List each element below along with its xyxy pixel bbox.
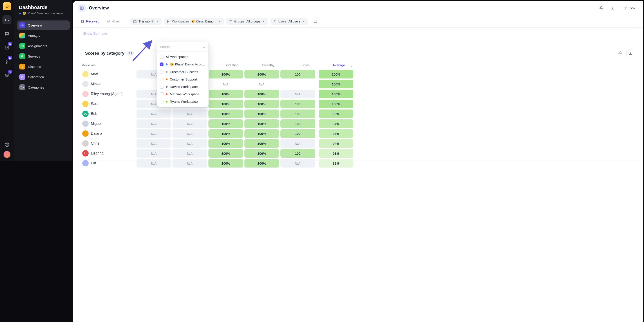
rail-activity[interactable]: 17	[2, 57, 12, 66]
reviewee-name: Chris	[91, 142, 99, 146]
average-cell: 96%	[319, 129, 322, 138]
flag-icon	[166, 20, 170, 23]
check-square-icon	[5, 46, 9, 50]
checkbox[interactable]	[160, 70, 164, 74]
metric-cell: 100%	[244, 90, 279, 98]
calibration-icon	[19, 74, 25, 80]
chevron-down-icon	[156, 20, 159, 23]
status-dot-icon	[166, 71, 168, 73]
workspace-option[interactable]: Mathias Workspace	[157, 90, 208, 98]
th-reviewee[interactable]: Reviewee	[82, 64, 136, 67]
table-row[interactable]: LILisannaN/AN/A100%100%10093%	[82, 148, 322, 158]
filter-groups[interactable]: Groups All groups	[226, 18, 268, 25]
categories-icon	[19, 84, 25, 90]
reviewee-name: Matt	[91, 72, 98, 76]
workspace-option[interactable]: Dave's Workspace	[157, 83, 208, 90]
table-row[interactable]: BOBobN/AN/A100%100%10099%	[82, 109, 322, 119]
tab-received[interactable]: Received	[78, 18, 102, 25]
checkbox[interactable]: ✓	[160, 62, 164, 66]
th-average[interactable]: Average ↓	[319, 64, 322, 67]
metric-cell: 100	[280, 110, 315, 118]
toggle-sidebar-button[interactable]	[78, 4, 86, 12]
workspace-option[interactable]: ✓😺 Klaus' Demo Acco...	[157, 60, 208, 68]
th-empathy[interactable]: Empathy	[244, 64, 280, 67]
workspace-option-label: Ryan's Workspace	[170, 100, 198, 104]
rail-training[interactable]: 6	[2, 71, 12, 80]
svg-line-15	[133, 42, 151, 61]
main-panel: Overview View Received Given This month	[73, 1, 322, 161]
svg-rect-14	[314, 20, 317, 22]
sidebar-item-surveys[interactable]: Surveys	[17, 52, 70, 61]
help-icon	[4, 142, 10, 147]
layout-toggle-button[interactable]	[312, 18, 319, 25]
user-avatar[interactable]	[3, 151, 11, 158]
th-greeting[interactable]: Greeting	[208, 64, 244, 67]
show-more-card[interactable]: Show 15 more	[78, 28, 322, 39]
avatar	[82, 120, 88, 127]
workspaces-search-input[interactable]	[160, 45, 201, 48]
workspace-option[interactable]: Customer Success	[157, 68, 208, 76]
workspace-option[interactable]: Customer Support	[157, 76, 208, 83]
sidebar-team[interactable]: 😺 Klaus' Demo Account team	[19, 12, 70, 15]
sidebar-item-assignments[interactable]: Assignments	[17, 41, 70, 50]
nav-rail: 🐱 31 17 6	[0, 0, 14, 161]
table-row[interactable]: DajanaN/AN/A100%100%10096%	[82, 128, 322, 138]
chevron-down-icon	[218, 20, 221, 23]
status-dot-icon	[166, 86, 168, 88]
svg-rect-7	[80, 7, 84, 10]
checkbox[interactable]	[160, 92, 164, 96]
reviewee-name: Riley Young (Agent)	[91, 92, 122, 96]
metric-cell: 100%	[244, 149, 279, 158]
sidebar-item-disputes[interactable]: ! Disputes	[17, 62, 70, 71]
info-icon[interactable]: i	[82, 47, 82, 51]
app-logo[interactable]: 🐱	[3, 2, 11, 10]
metric-cell: 100%	[208, 110, 243, 118]
callout-arrow-icon	[131, 39, 154, 62]
sidebar-item-label: Disputes	[28, 65, 41, 68]
content-area: Show 15 more i Scores by category 32 Rev…	[73, 28, 322, 161]
checkbox[interactable]	[160, 100, 164, 104]
filter-groups-value: All groups	[246, 20, 260, 23]
svg-point-16	[203, 46, 205, 48]
chevron-down-icon	[262, 20, 265, 23]
help-button[interactable]	[4, 142, 10, 147]
filter-users-value: All users	[288, 20, 300, 23]
sidebar-item-categories[interactable]: Categories	[17, 82, 70, 92]
avatar	[82, 160, 88, 161]
th-closing[interactable]: Closi	[280, 64, 316, 67]
sidebar-title: Dashboards	[19, 4, 70, 10]
workspace-option[interactable]: Ryan's Workspace	[157, 98, 208, 105]
tab-given[interactable]: Given	[104, 18, 123, 25]
reviewee-name: Bob	[91, 112, 97, 116]
checkbox[interactable]	[160, 78, 164, 81]
metric-cell: 100	[280, 129, 315, 138]
rail-dashboards[interactable]	[2, 15, 12, 24]
bolt-icon	[5, 59, 9, 64]
svg-point-6	[22, 76, 23, 77]
autoqa-icon	[19, 32, 25, 38]
filter-workspaces-label: Workspaces	[172, 20, 189, 23]
inbox-icon	[81, 20, 84, 23]
surveys-icon	[19, 53, 25, 59]
filter-users[interactable]: Users All users	[270, 18, 308, 25]
sidebar-item-label: Overview	[28, 24, 42, 27]
table-row[interactable]: MiguelN/AN/A100%100%10097%	[82, 119, 322, 128]
rail-messages[interactable]	[2, 29, 12, 38]
avatar	[82, 71, 88, 77]
checkbox[interactable]	[160, 55, 164, 59]
sidebar-item-overview[interactable]: Overview	[17, 20, 70, 30]
checkbox[interactable]	[160, 85, 164, 88]
metric-cell: N/A	[136, 159, 171, 161]
metric-cell: 100%	[208, 70, 243, 78]
table-row[interactable]: ElifN/AN/A100%100%N/A88%	[82, 158, 322, 161]
rail-tasks[interactable]: 31	[2, 43, 12, 52]
workspace-option[interactable]: All workspaces	[157, 53, 208, 60]
team-emoji: 😺	[22, 12, 26, 15]
tab-received-label: Received	[86, 20, 99, 23]
filter-period[interactable]: This month	[130, 18, 162, 25]
sidebar-item-autoqa[interactable]: AutoQA	[17, 31, 70, 40]
metric-cell: N/A	[136, 139, 171, 148]
table-row[interactable]: ChrisN/AN/A100%100%N/A94%	[82, 138, 322, 148]
filter-workspaces[interactable]: Workspaces 😺 Klaus' Demo...	[164, 18, 224, 25]
sidebar-item-calibration[interactable]: Calibration	[17, 72, 70, 82]
